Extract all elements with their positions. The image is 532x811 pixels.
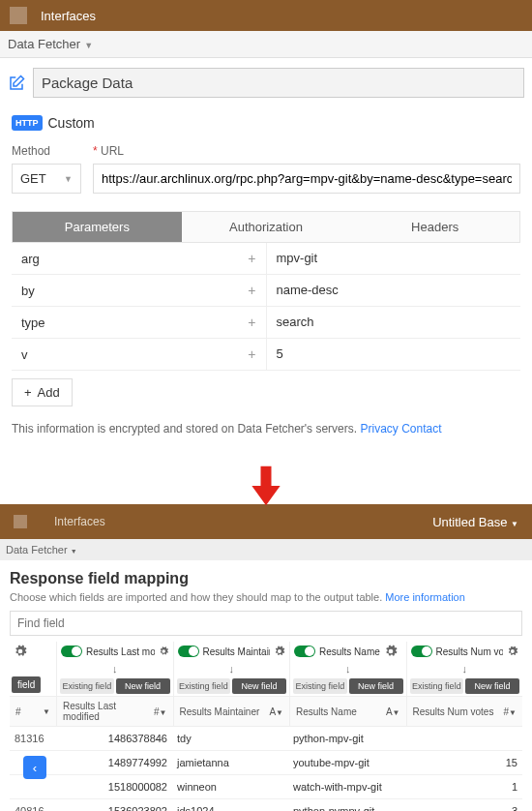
find-field-input[interactable]	[10, 611, 522, 636]
column-subhead[interactable]: Results NameA▼	[289, 696, 406, 727]
url-input[interactable]	[93, 164, 520, 194]
param-key-input[interactable]: type+	[12, 307, 267, 338]
interfaces-link[interactable]: Interfaces	[41, 9, 96, 23]
contact-link[interactable]: Contact	[401, 422, 441, 436]
method-select[interactable]: GET▼	[12, 164, 81, 194]
request-name-input[interactable]	[33, 68, 524, 98]
arrow-down-icon: ↓	[289, 661, 406, 676]
arrow-down-icon	[0, 465, 532, 510]
column-header: Results Num votes	[406, 642, 523, 661]
gear-icon[interactable]	[14, 645, 27, 658]
arrow-down-icon: ↓	[56, 661, 173, 676]
new-field-pill[interactable]: New field	[116, 678, 170, 694]
new-field-pill[interactable]: New field	[465, 678, 519, 694]
new-field-pill[interactable]: New field	[349, 678, 403, 694]
app-logo-icon	[14, 515, 27, 528]
param-key-input[interactable]: arg+	[12, 243, 267, 274]
plus-icon: +	[24, 385, 32, 400]
results-table: 81316 1486378846 tdy python-mpv-git 1489…	[10, 727, 522, 811]
top-bar: Interfaces	[0, 0, 532, 31]
chevron-down-icon: ▼	[84, 41, 93, 50]
column-toggle[interactable]	[61, 646, 82, 657]
breadcrumb[interactable]: Data Fetcher ▼	[0, 539, 532, 560]
param-row: v+ 5	[12, 339, 520, 371]
column-header: Results Name	[289, 642, 406, 661]
existing-field-pill[interactable]: Existing field	[177, 678, 231, 694]
url-label: * URL	[93, 144, 520, 158]
chevron-down-icon: ▼	[64, 174, 73, 184]
table-row[interactable]: 1489774992 jamietanna youtube-mpv-git 15	[10, 751, 522, 775]
table-row[interactable]: 1518000082 winneon watch-with-mpv-git 1	[10, 775, 522, 799]
params-list: arg+ mpv-git by+ name-desc type+ search …	[12, 243, 520, 371]
param-row: by+ name-desc	[12, 275, 520, 307]
param-key-input[interactable]: v+	[12, 339, 267, 370]
add-button[interactable]: +Add	[12, 378, 73, 406]
column-name: Results Name	[319, 646, 380, 657]
gear-icon[interactable]	[384, 645, 398, 658]
existing-field-pill[interactable]: Existing field	[293, 678, 347, 694]
tab-parameters[interactable]: Parameters	[13, 212, 182, 242]
field-pill[interactable]: field	[12, 676, 41, 693]
column-subhead[interactable]: Results Num votes#▼	[406, 696, 523, 727]
existing-field-pill[interactable]: Existing field	[410, 678, 464, 694]
column-name: Results Maintainer	[203, 646, 271, 657]
back-button[interactable]: ‹	[23, 756, 46, 779]
base-selector[interactable]: Untitled Base ▼	[432, 515, 518, 529]
plus-icon[interactable]: +	[248, 251, 255, 266]
gear-icon[interactable]	[507, 645, 518, 658]
column-name: Results Num votes	[436, 646, 504, 657]
plus-icon[interactable]: +	[248, 315, 255, 330]
param-row: arg+ mpv-git	[12, 243, 520, 275]
column-header: Results Maintainer	[173, 642, 290, 661]
existing-field-pill[interactable]: Existing field	[60, 678, 114, 694]
param-value-input[interactable]: mpv-git	[267, 243, 521, 274]
column-subhead[interactable]: Results MaintainerA▼	[173, 696, 290, 727]
column-subhead[interactable]: #▼	[10, 696, 56, 727]
gear-icon[interactable]	[274, 645, 285, 658]
column-toggle[interactable]	[178, 646, 199, 657]
http-icon: HTTP	[12, 115, 43, 131]
edit-icon[interactable]	[8, 75, 25, 92]
chevron-down-icon: ▼	[511, 520, 518, 528]
tab-authorization[interactable]: Authorization	[182, 212, 351, 242]
encryption-note: This information is encrypted and stored…	[8, 414, 524, 449]
param-row: type+ search	[12, 307, 520, 339]
param-value-input[interactable]: search	[267, 307, 521, 338]
plus-icon[interactable]: +	[248, 283, 255, 298]
mapping-title: Response field mapping	[10, 570, 522, 587]
table-row[interactable]: 40816 1536023802 ids1024 python-pympv-gi…	[10, 799, 522, 812]
method-label: Method	[12, 144, 81, 158]
chevron-down-icon: ▼	[71, 548, 77, 555]
param-value-input[interactable]: name-desc	[267, 275, 521, 306]
more-info-link[interactable]: More information	[385, 591, 465, 603]
param-value-input[interactable]: 5	[267, 339, 521, 370]
plus-icon[interactable]: +	[248, 346, 255, 362]
privacy-link[interactable]: Privacy	[360, 422, 398, 436]
column-toggle[interactable]	[294, 646, 315, 657]
column-header: Results Last modified	[56, 642, 173, 661]
request-tabs: Parameters Authorization Headers	[12, 211, 520, 243]
column-subhead[interactable]: Results Last modified#▼	[56, 696, 173, 727]
request-type-badge: HTTP Custom	[12, 115, 95, 131]
app-logo-icon	[10, 7, 27, 24]
arrow-down-icon: ↓	[173, 661, 290, 676]
column-toggle[interactable]	[411, 646, 432, 657]
table-row[interactable]: 81316 1486378846 tdy python-mpv-git	[10, 727, 522, 751]
column-name: Results Last modified	[86, 646, 155, 657]
arrow-down-icon: ↓	[406, 661, 523, 676]
interfaces-link[interactable]: Interfaces	[54, 515, 105, 528]
gear-icon[interactable]	[159, 645, 168, 658]
breadcrumb[interactable]: Data Fetcher▼	[0, 31, 532, 58]
mapping-subtitle: Choose which fields are imported and how…	[10, 591, 522, 603]
tab-headers[interactable]: Headers	[350, 212, 519, 242]
new-field-pill[interactable]: New field	[232, 678, 286, 694]
param-key-input[interactable]: by+	[12, 275, 267, 306]
